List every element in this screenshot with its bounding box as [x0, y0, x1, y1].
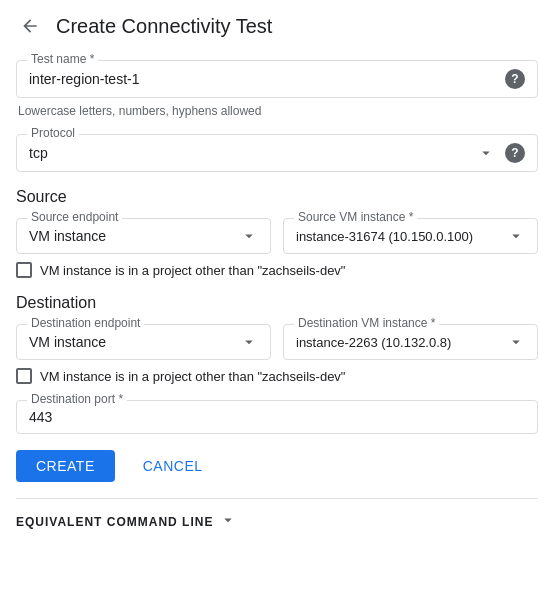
- destination-endpoint-field[interactable]: Destination endpoint VM instance: [16, 324, 271, 360]
- destination-fields-row: Destination endpoint VM instance Destina…: [16, 324, 538, 360]
- source-vm-field[interactable]: Source VM instance instance-31674 (10.15…: [283, 218, 538, 254]
- destination-port-label: Destination port: [27, 392, 127, 406]
- destination-endpoint-dropdown-icon: [240, 333, 258, 351]
- page-header: Create Connectivity Test: [16, 12, 538, 40]
- equiv-cmd-row[interactable]: EQUIVALENT COMMAND LINE: [16, 498, 538, 536]
- destination-vm-dropdown-icon: [507, 333, 525, 351]
- test-name-input[interactable]: [29, 71, 499, 87]
- destination-port-field: Destination port: [16, 400, 538, 434]
- source-other-project-checkbox[interactable]: [16, 262, 32, 278]
- source-other-project-row: VM instance is in a project other than "…: [16, 262, 538, 278]
- equiv-cmd-dropdown-icon: [219, 511, 237, 532]
- cancel-button[interactable]: CANCEL: [131, 450, 215, 482]
- protocol-section: Protocol tcp ?: [16, 134, 538, 172]
- page-title: Create Connectivity Test: [56, 15, 272, 38]
- equiv-cmd-label: EQUIVALENT COMMAND LINE: [16, 515, 213, 529]
- source-section-title: Source: [16, 188, 538, 206]
- source-vm-dropdown-icon: [507, 227, 525, 245]
- create-button[interactable]: CREATE: [16, 450, 115, 482]
- source-other-project-label: VM instance is in a project other than "…: [40, 263, 346, 278]
- source-vm-label: Source VM instance: [294, 210, 417, 224]
- back-button[interactable]: [16, 12, 44, 40]
- protocol-dropdown-icon: [477, 144, 495, 162]
- source-vm-value: instance-31674 (10.150.0.100): [296, 229, 473, 244]
- test-name-help-icon[interactable]: ?: [505, 69, 525, 89]
- test-name-field: Test name ?: [16, 60, 538, 98]
- destination-other-project-label: VM instance is in a project other than "…: [40, 369, 346, 384]
- source-endpoint-label: Source endpoint: [27, 210, 122, 224]
- destination-port-input[interactable]: [29, 409, 525, 425]
- protocol-label: Protocol: [27, 126, 79, 140]
- source-section: Source Source endpoint VM instance Sourc…: [16, 188, 538, 278]
- destination-section: Destination Destination endpoint VM inst…: [16, 294, 538, 434]
- destination-endpoint-value: VM instance: [29, 334, 106, 350]
- destination-other-project-row: VM instance is in a project other than "…: [16, 368, 538, 384]
- source-endpoint-field[interactable]: Source endpoint VM instance: [16, 218, 271, 254]
- protocol-help-icon[interactable]: ?: [505, 143, 525, 163]
- destination-section-title: Destination: [16, 294, 538, 312]
- protocol-value: tcp: [29, 145, 48, 161]
- destination-endpoint-label: Destination endpoint: [27, 316, 144, 330]
- destination-other-project-checkbox[interactable]: [16, 368, 32, 384]
- destination-vm-label: Destination VM instance: [294, 316, 439, 330]
- protocol-field[interactable]: Protocol tcp ?: [16, 134, 538, 172]
- test-name-label: Test name: [27, 52, 98, 66]
- destination-vm-field[interactable]: Destination VM instance instance-2263 (1…: [283, 324, 538, 360]
- test-name-hint: Lowercase letters, numbers, hyphens allo…: [16, 104, 538, 118]
- source-endpoint-dropdown-icon: [240, 227, 258, 245]
- source-endpoint-value: VM instance: [29, 228, 106, 244]
- source-fields-row: Source endpoint VM instance Source VM in…: [16, 218, 538, 254]
- test-name-section: Test name ? Lowercase letters, numbers, …: [16, 60, 538, 118]
- action-buttons: CREATE CANCEL: [16, 450, 538, 482]
- destination-vm-value: instance-2263 (10.132.0.8): [296, 335, 451, 350]
